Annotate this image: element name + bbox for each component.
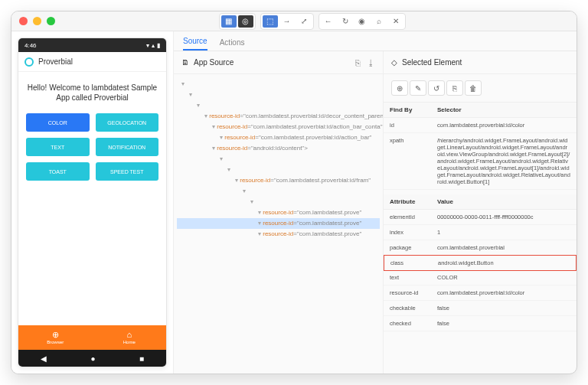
device-time: 4:46 [24,42,37,49]
bottom-nav: ⊕ Browser ⌂ Home [18,325,166,350]
document-icon: 🗎 [181,58,189,67]
tree-node[interactable]: ▾ [177,79,380,90]
close-window[interactable] [19,17,28,25]
source-tree[interactable]: ▾ ▾ ▾ ▾ resource-id="com.lambdatest.prov… [174,74,383,374]
tap-tool-icon[interactable]: ⤢ [296,15,312,28]
tree-node[interactable]: ▾ resource-id="com.lambdatest.prove" [177,218,380,229]
attribute-header: Attribute [384,194,431,209]
nav-home[interactable]: ⌂ Home [93,325,167,350]
signal-icon: ▴ [152,42,155,49]
eye-icon[interactable]: ◉ [354,15,370,28]
attributes-table: Attribute Value elementId00000000-0000-0… [384,194,577,331]
main-toolbar: ▦ ◎ ⬚ → ⤢ ← ↻ ◉ ⌕ ✕ [55,13,569,30]
element-actions-row: ⊕ ✎ ↺ ⎘ 🗑 [384,74,577,103]
welcome-text: Hello! Welcome to lambdatest Sample App … [26,83,158,103]
swipe-tool-icon[interactable]: → [279,15,295,28]
close-icon[interactable]: ✕ [388,15,403,28]
device-frame: 4:46 ▾ ▴ ▮ Proverbial Hello! Welcome to … [18,38,167,367]
status-icons: ▾ ▴ ▮ [146,42,160,49]
refresh-icon[interactable]: ↻ [338,15,353,28]
speedtest-button[interactable]: SPEED TEST [96,162,159,181]
source-panel-head: 🗎 App Source ⎘ ⭳ [174,51,383,74]
inspector-tabs: Source Actions [174,31,577,51]
clear-icon[interactable]: ↺ [428,80,445,96]
diamond-icon: ◇ [391,58,397,67]
tree-node[interactable]: ▾ resource-id="com.lambdatest.proverbial… [177,111,380,122]
battery-icon: ▮ [157,42,160,49]
table-row[interactable]: packagecom.lambdatest.proverbial [384,240,577,256]
table-row[interactable]: textCOLOR [384,270,577,285]
table-row[interactable]: checkedfalse [384,316,577,331]
table-row[interactable]: checkablefalse [384,301,577,316]
back-key[interactable]: ◀ [41,354,47,363]
inspector-column: Source Actions 🗎 App Source ⎘ ⭳ [174,31,577,374]
tap-action-icon[interactable]: ⊕ [391,80,408,96]
app-window: ▦ ◎ ⬚ → ⤢ ← ↻ ◉ ⌕ ✕ 4:46 ▾ [11,11,577,374]
table-row[interactable]: xpath/hierarchy/android.widget.FrameLayo… [384,133,577,190]
source-panel: 🗎 App Source ⎘ ⭳ ▾ ▾ ▾ ▾ resource-id="co… [174,51,384,374]
home-key[interactable]: ● [90,354,95,363]
target-tool-icon[interactable]: ◎ [238,15,253,28]
nav-browser[interactable]: ⊕ Browser [18,325,93,350]
element-panel-head: ◇ Selected Element [384,51,577,74]
button-grid: COLOR GEOLOCATION TEXT NOTIFICATION TOAS… [26,113,158,181]
delete-icon[interactable]: 🗑 [465,80,482,96]
back-icon[interactable]: ← [321,15,336,28]
tab-source[interactable]: Source [183,37,207,51]
device-statusbar: 4:46 ▾ ▴ ▮ [18,38,166,52]
select-tool-icon[interactable]: ⬚ [263,15,278,28]
grid-tool-icon[interactable]: ▦ [221,15,237,28]
table-row[interactable]: classandroid.widget.Button [384,255,577,271]
tree-node[interactable]: ▾ resource-id="com.lambdatest.prove" [177,207,380,218]
selector-header: Selector [431,103,577,117]
findby-header: Find By [384,103,431,117]
download-icon[interactable]: ⭳ [367,58,375,67]
android-softkeys: ◀ ● ■ [18,350,166,367]
window-controls [19,17,55,25]
app-body: Hello! Welcome to lambdatest Sample App … [18,72,166,325]
tree-node[interactable]: ▾ [177,100,380,111]
app-logo-icon [24,57,34,67]
geolocation-button[interactable]: GEOLOCATION [96,113,159,132]
source-title: App Source [194,58,234,67]
tree-node[interactable]: ▾ resource-id="com.lambdatest.proverbial… [177,122,380,132]
notification-button[interactable]: NOTIFICATION [96,138,159,156]
selector-table: Find By Selector idcom.lambdatest.prover… [384,103,577,190]
tab-actions[interactable]: Actions [220,38,245,51]
minimize-window[interactable] [33,17,41,25]
tree-node[interactable]: ▾ resource-id="com.lambdatest.proverbial… [177,132,380,143]
tree-node[interactable]: ▾ resource-id="com.lambdatest.prove" [177,229,380,240]
maximize-window[interactable] [47,17,55,25]
color-button[interactable]: COLOR [26,113,90,132]
tree-node[interactable]: ▾ resource-id="android:id/content"> [177,143,380,154]
tree-node[interactable]: ▾ [177,186,380,197]
tree-node[interactable]: ▾ [177,165,380,175]
wifi-icon: ▾ [146,42,149,49]
search-icon[interactable]: ⌕ [371,15,387,28]
browser-icon: ⊕ [52,331,59,339]
table-row[interactable]: resource-idcom.lambdatest.proverbial:id/… [384,285,577,301]
table-row[interactable]: idcom.lambdatest.proverbial:id/color [384,118,577,133]
text-button[interactable]: TEXT [26,138,90,156]
element-title: Selected Element [402,58,462,67]
tree-node[interactable]: ▾ [177,197,380,207]
element-panel: ◇ Selected Element ⊕ ✎ ↺ ⎘ 🗑 [384,51,577,374]
table-row[interactable]: elementId00000000-0000-0011-ffff-ffff000… [384,210,577,225]
device-column: 4:46 ▾ ▴ ▮ Proverbial Hello! Welcome to … [11,31,174,374]
value-header: Value [431,194,577,209]
copy-attrs-icon[interactable]: ⎘ [446,80,463,96]
tree-node[interactable]: ▾ resource-id="com.lambdatest.proverbial… [177,175,380,186]
recent-key[interactable]: ■ [139,354,144,363]
home-icon: ⌂ [126,331,132,339]
titlebar: ▦ ◎ ⬚ → ⤢ ← ↻ ◉ ⌕ ✕ [11,11,577,31]
toast-button[interactable]: TOAST [26,162,90,181]
table-row[interactable]: index1 [384,225,577,240]
send-keys-icon[interactable]: ✎ [410,80,426,96]
main-content: 4:46 ▾ ▴ ▮ Proverbial Hello! Welcome to … [11,31,577,374]
panels: 🗎 App Source ⎘ ⭳ ▾ ▾ ▾ ▾ resource-id="co… [174,51,577,374]
tree-node[interactable]: ▾ [177,154,380,165]
tree-node[interactable]: ▾ [177,90,380,100]
app-title: Proverbial [38,57,73,66]
copy-icon[interactable]: ⎘ [355,58,361,67]
element-details-scroll[interactable]: Find By Selector idcom.lambdatest.prover… [384,103,577,374]
